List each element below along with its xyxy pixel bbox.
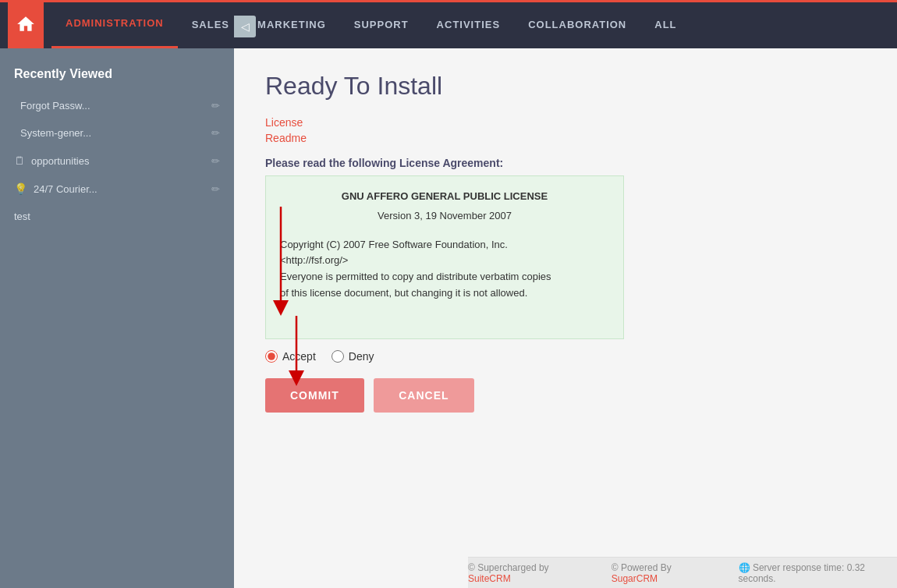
- cancel-button[interactable]: CANCEL: [374, 378, 473, 413]
- collapse-icon: ◁: [241, 20, 250, 33]
- nav-support[interactable]: SUPPORT: [340, 0, 423, 48]
- page-layout: Recently Viewed Forgot Passw... ✏ System…: [0, 48, 897, 588]
- accept-radio[interactable]: [265, 350, 278, 363]
- sidebar-item-label: opportunities: [31, 155, 89, 167]
- sidebar-item-left: System-gener...: [14, 127, 91, 139]
- deny-radio-label[interactable]: Deny: [332, 350, 374, 363]
- license-text-box[interactable]: GNU AFFERO GENERAL PUBLIC LICENSE Versio…: [265, 175, 624, 339]
- sidebar-collapse-button[interactable]: ◁: [234, 16, 256, 37]
- edit-icon[interactable]: ✏: [211, 100, 220, 112]
- sidebar-item-system-generated[interactable]: System-gener... ✏: [0, 119, 234, 147]
- nav-administration[interactable]: ADMINISTRATION: [51, 0, 178, 48]
- suitecrm-link[interactable]: SuiteCRM: [468, 573, 511, 584]
- accept-radio-label[interactable]: Accept: [265, 350, 316, 363]
- license-subtitle: Version 3, 19 November 2007: [280, 208, 609, 225]
- license-body: Copyright (C) 2007 Free Software Foundat…: [280, 237, 609, 302]
- footer-response-time: 🌐 Server response time: 0.32 seconds.: [739, 562, 897, 584]
- sidebar-item-test[interactable]: test: [0, 203, 234, 230]
- license-section-label: Please read the following License Agreem…: [265, 157, 866, 169]
- readme-link[interactable]: Readme: [265, 132, 866, 144]
- sidebar-item-forgot-password[interactable]: Forgot Passw... ✏: [0, 92, 234, 119]
- license-radio-group: Accept Deny: [265, 350, 866, 363]
- deny-label: Deny: [349, 350, 374, 363]
- home-button[interactable]: [8, 0, 44, 48]
- sidebar-title: Recently Viewed: [0, 56, 234, 92]
- footer-sugarcrm: © Powered By SugarCRM: [612, 562, 715, 584]
- document-icon: 🗒: [14, 154, 25, 167]
- sidebar-item-left: Forgot Passw...: [14, 100, 90, 112]
- accept-label: Accept: [282, 350, 316, 363]
- home-icon: [16, 14, 36, 34]
- sidebar-item-label: System-gener...: [20, 127, 91, 139]
- nav-collaboration[interactable]: COLLABORATION: [514, 0, 640, 48]
- action-buttons: COMMIT CANCEL: [265, 378, 866, 413]
- license-link[interactable]: License: [265, 116, 866, 129]
- sidebar-item-courier[interactable]: 💡 24/7 Courier... ✏: [0, 175, 234, 203]
- sidebar: Recently Viewed Forgot Passw... ✏ System…: [0, 48, 234, 588]
- page-footer: © Supercharged by SuiteCRM © Powered By …: [468, 557, 897, 588]
- main-content: Ready To Install License Readme Please r…: [234, 48, 897, 588]
- deny-radio[interactable]: [332, 350, 344, 363]
- page-title: Ready To Install: [265, 72, 866, 101]
- bulb-icon: 💡: [14, 182, 27, 195]
- edit-icon[interactable]: ✏: [211, 155, 220, 167]
- footer-suitecrm: © Supercharged by SuiteCRM: [468, 562, 588, 584]
- commit-button[interactable]: COMMIT: [265, 378, 364, 413]
- nav-activities[interactable]: ACTIVITIES: [423, 0, 515, 48]
- sugarcrm-link[interactable]: SugarCRM: [612, 573, 658, 584]
- top-navigation: ADMINISTRATION SALES MARKETING SUPPORT A…: [0, 0, 897, 48]
- sidebar-item-label: 24/7 Courier...: [34, 183, 98, 195]
- nav-all[interactable]: ALL: [640, 0, 690, 48]
- edit-icon[interactable]: ✏: [211, 127, 220, 139]
- nav-links: ADMINISTRATION SALES MARKETING SUPPORT A…: [51, 0, 691, 48]
- nav-marketing[interactable]: MARKETING: [243, 0, 340, 48]
- edit-icon[interactable]: ✏: [211, 183, 220, 195]
- sidebar-item-left: 💡 24/7 Courier...: [14, 182, 98, 195]
- sidebar-item-left: 🗒 opportunities: [14, 154, 89, 167]
- sidebar-item-label: Forgot Passw...: [20, 100, 90, 112]
- license-title: GNU AFFERO GENERAL PUBLIC LICENSE: [280, 189, 609, 205]
- sidebar-item-opportunities[interactable]: 🗒 opportunities ✏: [0, 147, 234, 175]
